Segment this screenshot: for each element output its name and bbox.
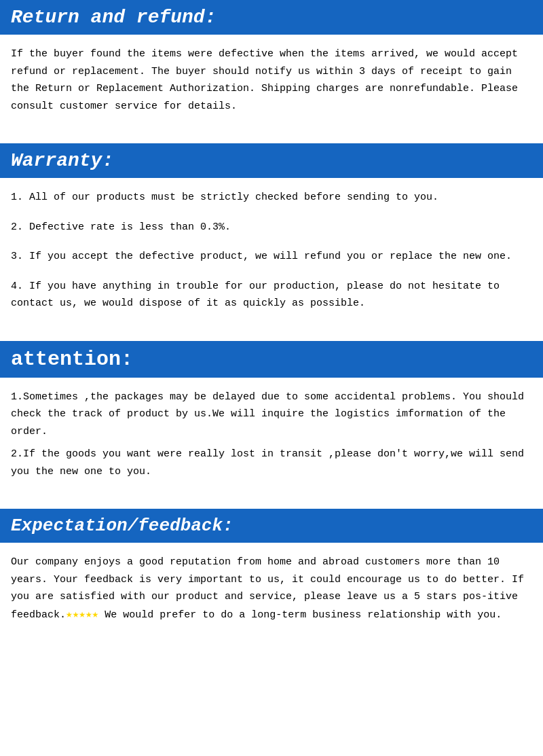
return-refund-content: If the buyer found the items were defect… — [0, 35, 543, 134]
warranty-item-2: 2. Defective rate is less than 0.3%. — [11, 219, 532, 236]
expectation-content: Our company enjoys a good reputation fro… — [0, 543, 543, 643]
return-refund-header: Return and refund: — [0, 0, 543, 35]
warranty-item-1: 1. All of our products must be strictly … — [11, 189, 532, 206]
warranty-item-3: 3. If you accept the defective product, … — [11, 248, 532, 266]
stars-icon: ★★★★★ — [66, 609, 98, 621]
return-refund-section: Return and refund: If the buyer found th… — [0, 0, 543, 134]
warranty-item-4: 4. If you have anything in trouble for o… — [11, 278, 532, 312]
attention-content: 1.Sometimes ,the packages may be delayed… — [0, 378, 543, 500]
expectation-section: Expectation/feedback: Our company enjoys… — [0, 509, 543, 643]
page-container: Return and refund: If the buyer found th… — [0, 0, 543, 643]
return-refund-text: If the buyer found the items were defect… — [11, 46, 532, 115]
expectation-text: Our company enjoys a good reputation fro… — [11, 554, 532, 624]
attention-header: attention: — [0, 341, 543, 378]
expectation-text-end: We would prefer to do a long-term busine… — [98, 609, 502, 621]
warranty-section: Warranty: 1. All of our products must be… — [0, 143, 543, 338]
warranty-content: 1. All of our products must be strictly … — [0, 178, 543, 338]
warranty-header: Warranty: — [0, 143, 543, 178]
attention-text-1: 1.Sometimes ,the packages may be delayed… — [11, 389, 532, 441]
expectation-header: Expectation/feedback: — [0, 509, 543, 543]
attention-text-2: 2.If the goods you want were really lost… — [11, 446, 532, 480]
attention-section: attention: 1.Sometimes ,the packages may… — [0, 341, 543, 500]
